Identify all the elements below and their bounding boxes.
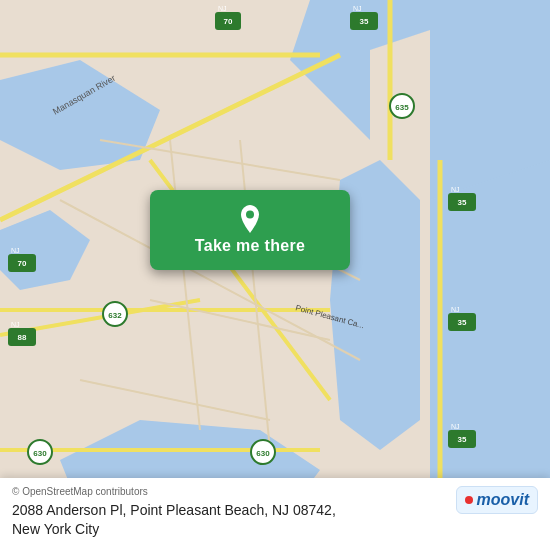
svg-text:NJ: NJ <box>451 306 460 313</box>
take-me-there-button[interactable]: Take me there <box>150 190 350 270</box>
copyright-text: © OpenStreetMap contributors <box>12 486 448 497</box>
svg-text:35: 35 <box>458 435 467 444</box>
svg-text:NJ: NJ <box>11 321 20 328</box>
svg-text:632: 632 <box>108 311 122 320</box>
moovit-logo: moovit <box>448 486 538 514</box>
moovit-dot <box>465 496 473 504</box>
moovit-badge: moovit <box>456 486 538 514</box>
address-text: 2088 Anderson Pl, Point Pleasant Beach, … <box>12 501 448 540</box>
svg-text:NJ: NJ <box>353 5 362 12</box>
copyright-label: © OpenStreetMap contributors <box>12 486 148 497</box>
svg-text:35: 35 <box>458 198 467 207</box>
svg-text:635: 635 <box>395 103 409 112</box>
take-me-there-label: Take me there <box>195 237 305 255</box>
svg-text:NJ: NJ <box>451 186 460 193</box>
svg-text:70: 70 <box>224 17 233 26</box>
svg-text:35: 35 <box>458 318 467 327</box>
map-container: Manasquan River Point Pleasant Ca... 70 … <box>0 0 550 550</box>
svg-text:NJ: NJ <box>11 247 20 254</box>
map-svg: Manasquan River Point Pleasant Ca... 70 … <box>0 0 550 550</box>
moovit-text: moovit <box>477 491 529 509</box>
svg-text:35: 35 <box>360 17 369 26</box>
bottom-bar: © OpenStreetMap contributors 2088 Anders… <box>0 478 550 550</box>
svg-text:630: 630 <box>33 449 47 458</box>
svg-text:70: 70 <box>18 259 27 268</box>
address-line2: New York City <box>12 521 99 537</box>
address-section: © OpenStreetMap contributors 2088 Anders… <box>12 486 448 540</box>
address-line1: 2088 Anderson Pl, Point Pleasant Beach, … <box>12 502 336 518</box>
svg-point-54 <box>246 211 254 219</box>
svg-text:NJ: NJ <box>451 423 460 430</box>
svg-text:NJ: NJ <box>218 5 227 12</box>
location-pin-icon <box>239 205 261 233</box>
svg-text:630: 630 <box>256 449 270 458</box>
svg-text:88: 88 <box>18 333 27 342</box>
